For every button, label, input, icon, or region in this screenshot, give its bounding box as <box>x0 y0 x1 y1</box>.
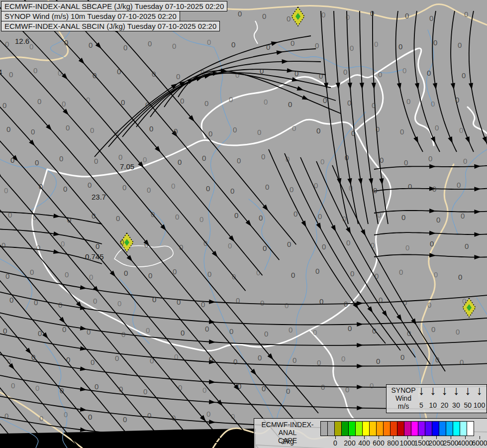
station-value-zero: 0 <box>287 240 291 248</box>
station-value-zero: 0 <box>285 301 289 310</box>
station-value-zero: 0 <box>124 269 128 277</box>
station-value-zero: 0 <box>177 298 181 306</box>
station-value-zero: 0 <box>401 213 405 222</box>
station-value-zero: 0 <box>231 412 235 421</box>
station-value-zero: 0 <box>400 127 404 136</box>
station-value-zero: 0 <box>9 70 13 79</box>
station-value-zero: 0 <box>58 301 62 309</box>
map-canvas[interactable]: 0000000000000000000000000000000000000000… <box>0 0 487 448</box>
wind-legend-source: SYNOP <box>390 386 417 394</box>
station-value-zero: 0 <box>178 158 182 166</box>
station-value-zero: 0 <box>58 69 62 77</box>
wind-arrow-icon: ↓ <box>416 383 427 398</box>
station-value-zero: 0 <box>370 9 374 17</box>
station-value-zero: 0 <box>228 241 232 250</box>
station-value-zero: 0 <box>117 67 121 76</box>
station-value-zero: 0 <box>458 41 462 49</box>
station-value-zero: 0 <box>35 158 39 167</box>
station-value-zero: 0 <box>344 300 348 308</box>
station-value-zero: 0 <box>172 42 176 50</box>
wind-legend-quantity: Wind <box>390 394 417 402</box>
station-value-zero: 0 <box>176 72 180 81</box>
wind-arrow-icon: ↓ <box>474 383 485 398</box>
cape-color-cell <box>446 421 453 436</box>
station-value-zero: 0 <box>145 101 149 109</box>
station-value-zero: 0 <box>407 329 411 337</box>
station-value-zero: 0 <box>6 125 10 133</box>
station-value-zero: 0 <box>114 128 118 137</box>
station-value-zero: 0 <box>199 215 203 224</box>
station-value-zero: 0 <box>321 10 325 19</box>
station-value-zero: 0 <box>207 38 211 46</box>
wind-speed-value: 10 <box>426 401 439 409</box>
station-value-zero: 0 <box>32 213 36 222</box>
station-value-zero: 0 <box>200 68 204 77</box>
station-value-zero: 0 <box>406 97 410 106</box>
station-value-zero: 0 <box>435 123 439 132</box>
wind-legend-text: SYNOP Wind m/s <box>390 386 417 410</box>
station-value-zero: 0 <box>39 414 43 423</box>
station-value-zero: 0 <box>92 212 96 220</box>
station-value-zero: 0 <box>262 384 266 393</box>
station-value-label: 0.745 <box>85 252 104 261</box>
station-value-zero: 0 <box>3 327 7 335</box>
station-value-zero: 0 <box>181 329 185 337</box>
station-value-zero: 0 <box>400 353 404 361</box>
station-value-zero: 0 <box>5 272 9 280</box>
title-block: ECMWF-INDEX-ANAL SBCAPE (J/kg) Tuesday 0… <box>1 1 227 31</box>
station-value-zero: 0 <box>319 297 323 306</box>
weather-map-app: 0000000000000000000000000000000000000000… <box>0 0 487 448</box>
station-value-zero: 0 <box>1 241 5 249</box>
station-value-zero: 0 <box>5 40 9 48</box>
station-value-zero: 0 <box>229 95 233 104</box>
station-value-zero: 0 <box>319 72 323 80</box>
cape-color-cell <box>439 421 446 436</box>
station-value-zero: 0 <box>405 11 409 20</box>
station-value-zero: 0 <box>316 126 320 135</box>
cape-color-cell <box>341 421 349 436</box>
station-value-zero: 0 <box>146 326 150 335</box>
station-value-label: 4 <box>0 68 2 76</box>
station-value-zero: 0 <box>264 98 268 106</box>
cape-color-cell <box>383 421 390 436</box>
station-value-zero: 0 <box>93 71 97 80</box>
station-value-zero: 0 <box>341 354 345 363</box>
station-value-zero: 0 <box>119 385 123 393</box>
station-value-zero: 0 <box>148 39 152 48</box>
station-value-zero: 0 <box>235 71 239 79</box>
station-value-zero: 0 <box>88 181 92 189</box>
station-value-zero: 0 <box>256 268 260 277</box>
station-value-zero: 0 <box>143 155 147 164</box>
station-value-zero: 0 <box>350 269 354 278</box>
station-value-zero: 0 <box>86 96 90 104</box>
station-value-zero: 0 <box>345 385 349 394</box>
station-value-zero: 0 <box>178 383 182 392</box>
cape-color-cell <box>376 421 384 436</box>
station-value-zero: 0 <box>60 386 64 395</box>
station-value-zero: 0 <box>205 325 209 333</box>
station-value-zero: 0 <box>404 158 408 167</box>
title-sbcin: ECMWF-INDEX-ANAL SBCIN (J/kg) Tuesday 07… <box>1 21 220 31</box>
station-value-zero: 0 <box>232 272 236 281</box>
station-value-zero: 0 <box>291 39 294 47</box>
cape-colorbar <box>320 421 474 436</box>
station-value-zero: 0 <box>349 184 353 192</box>
station-value-zero: 0 <box>370 381 374 390</box>
station-value-zero: 0 <box>402 66 406 75</box>
wind-arrow-icon: ↓ <box>451 383 462 398</box>
cape-tick-label: 800 <box>387 439 398 447</box>
station-value-zero: 0 <box>321 383 325 391</box>
station-value-zero: 0 <box>11 381 15 390</box>
station-value-zero: 0 <box>371 241 375 249</box>
station-value-zero: 0 <box>427 301 431 309</box>
cape-tick-label: 1000 <box>399 439 415 447</box>
station-value-zero: 0 <box>174 127 178 135</box>
station-value-zero: 0 <box>203 239 207 247</box>
station-value-zero: 0 <box>237 156 241 165</box>
station-value-zero: 0 <box>2 101 6 110</box>
station-value-zero: 0 <box>372 327 376 335</box>
station-value-zero: 0 <box>36 243 40 252</box>
station-value-zero: 0 <box>63 185 67 193</box>
wind-speed-value: 5 <box>415 401 428 409</box>
station-value-zero: 0 <box>320 157 324 166</box>
